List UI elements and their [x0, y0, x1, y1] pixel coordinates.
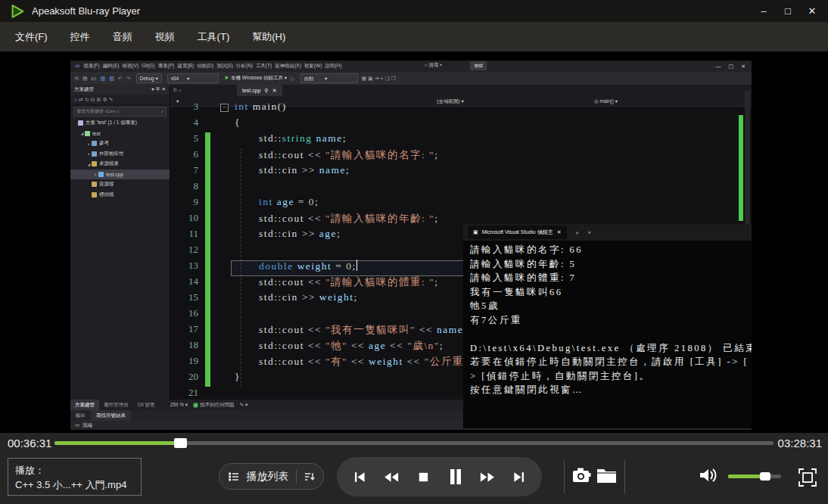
console-tab[interactable]: ▣ Microsoft Visual Studio 偵錯主 ✕ — [468, 226, 567, 239]
menu-item-1[interactable]: 控件 — [66, 27, 95, 47]
vs-menu-item-10[interactable]: 延伸模組(X) — [275, 63, 301, 70]
seek-bar[interactable] — [54, 441, 774, 445]
menu-item-3[interactable]: 視頻 — [151, 27, 179, 47]
vs-menu-item-12[interactable]: 說明(H) — [325, 63, 341, 70]
vs-open-icon: 🗁 — [92, 76, 97, 81]
vs-menu-item-2[interactable]: 檢視(V) — [122, 63, 139, 70]
speaker-icon — [698, 465, 719, 485]
blu-ray-player-window: Apeaksoft Blu-ray Player – □ ✕ 文件(F)控件音頻… — [0, 0, 828, 504]
tool-tab-屬性管理員[interactable]: 屬性管理員 — [99, 400, 133, 410]
menu-item-0[interactable]: 文件(F) — [11, 27, 52, 47]
console-new-tab-button[interactable]: ＋ — [574, 229, 581, 237]
vs-menu-item-0[interactable]: 檔案(F) — [83, 63, 99, 70]
code-text: double weight = 0; — [235, 260, 357, 272]
health-indicator[interactable]: ✓找不到任何問題 — [193, 402, 235, 409]
next-button[interactable] — [510, 467, 530, 487]
seek-thumb[interactable] — [174, 438, 187, 448]
vs-menu-item-1[interactable]: 編輯(E) — [103, 63, 120, 70]
divider — [564, 460, 565, 493]
code-text: std::cout << "請輸入貓咪的名字: "; — [235, 148, 438, 162]
console-output: 請輸入貓咪的名字: 66請輸入貓咪的年齡: 5請輸入貓咪的體重: 7我有一隻貓咪… — [463, 241, 752, 398]
tree-item-參考[interactable]: ▸參考 — [70, 138, 170, 149]
solution-explorer-search[interactable]: 搜尋方案總管 (Ctrl+;) ⌕ — [73, 107, 167, 117]
volume-slider[interactable] — [728, 474, 781, 478]
tree-item-test.cpp[interactable]: ▸test.cpp — [70, 170, 170, 180]
open-folder-button[interactable] — [596, 467, 617, 487]
vs-menu-item-3[interactable]: Git(G) — [142, 63, 155, 70]
tree-item-label: 標頭檔 — [99, 191, 114, 198]
status-icon: ▭ — [75, 422, 79, 428]
text-cursor — [356, 260, 358, 271]
console-tab-icon: ▣ — [473, 229, 478, 235]
vs-menu-item-6[interactable]: 偵錯(D) — [197, 63, 213, 70]
tab-close-icon[interactable]: ✕ — [272, 88, 277, 94]
menu-item-2[interactable]: 音頻 — [108, 27, 137, 47]
vs-toolbar-extra-icons: ▦ ▣ ⇥ ⌖ ❏ ❐ — [362, 76, 396, 82]
volume-thumb[interactable] — [760, 472, 770, 481]
vs-platform-dropdown: x64 ▾ — [167, 73, 219, 83]
vs-title-bar: ∞ 檔案(F)編輯(E)檢視(V)Git(G)專案(P)建置(B)偵錯(D)測試… — [70, 61, 752, 72]
window-title: Apeaksoft Blu-ray Player — [32, 5, 140, 17]
vs-menu-item-11[interactable]: 視窗(W) — [304, 63, 322, 70]
snapshot-button[interactable] — [571, 466, 593, 487]
tree-expanded-icon: ◢ — [79, 131, 85, 135]
folder-icon — [92, 182, 97, 187]
solution-explorer-title: 方案總管 — [74, 86, 94, 93]
pin-icon[interactable]: ⚲ — [265, 88, 269, 94]
close-button[interactable]: ✕ — [805, 5, 819, 17]
playlist-label: 播放列表 — [247, 470, 289, 484]
editor-tab-testcpp[interactable]: test.cpp ⚲ ✕ — [237, 85, 282, 96]
console-line-2: 請輸入貓咪的體重: 7 — [470, 272, 752, 286]
fullscreen-button[interactable] — [798, 468, 817, 490]
tree-collapsed-icon: ▸ — [86, 142, 92, 146]
vs-run-button: ▶ 本機 Windows 偵錯工具 ▾ — [225, 75, 287, 82]
tree-item-標頭檔[interactable]: 標頭檔 — [70, 190, 170, 201]
line-number: 20 — [173, 371, 198, 383]
tool-tab-Git 變更[interactable]: Git 變更 — [133, 400, 160, 410]
code-text: int main() — [235, 101, 287, 113]
pause-button[interactable] — [446, 467, 465, 487]
vs-menu-item-5[interactable]: 建置(B) — [177, 63, 194, 70]
panel-tab-尋找符號結果[interactable]: 尋找符號結果 — [91, 410, 131, 421]
line-number: 4 — [173, 117, 198, 129]
tree-item-資源檔[interactable]: 資源檔 — [70, 179, 170, 190]
play-order-icon[interactable] — [303, 471, 316, 483]
console-tab-menu-button[interactable]: ˅ — [588, 229, 592, 236]
project-icon — [85, 131, 90, 136]
pause-icon — [447, 468, 465, 486]
code-text: std::cin >> weight; — [235, 291, 358, 303]
rewind-button[interactable] — [381, 467, 401, 487]
tool-tab-方案總管[interactable]: 方案總管 — [70, 400, 99, 410]
menu-item-4[interactable]: 工具(T) — [193, 27, 235, 47]
editor-zoom-dropdown[interactable]: 259 % ▾ — [170, 402, 188, 408]
panel-tab-輸出[interactable]: 輸出 — [70, 410, 91, 421]
tree-item-外部相依性[interactable]: ▸外部相依性 — [70, 149, 170, 160]
fold-collapse-icon[interactable]: − — [220, 104, 229, 112]
video-display-area[interactable]: ∞ 檔案(F)編輯(E)檢視(V)Git(G)專案(P)建置(B)偵錯(D)測試… — [0, 51, 828, 433]
stop-button[interactable] — [413, 467, 433, 487]
vs-menu-item-8[interactable]: 分析(N) — [236, 63, 253, 70]
console-line-4: 牠5歲 — [470, 300, 752, 314]
fast-forward-button[interactable] — [478, 467, 497, 487]
divider — [624, 460, 625, 493]
tree-item-來源檔案[interactable]: ◢來源檔案 — [70, 159, 170, 170]
console-tab-close-icon[interactable]: ✕ — [557, 229, 562, 235]
tree-item-方案 'test' (1 / 1 個專案)[interactable]: 方案 'test' (1 / 1 個專案) — [70, 118, 170, 129]
tree-item-test[interactable]: ◢test — [70, 129, 170, 139]
tree-item-label: test — [92, 131, 100, 136]
line-number: 18 — [173, 339, 198, 351]
volume-button[interactable] — [698, 465, 719, 488]
vs-menu-item-4[interactable]: 專案(P) — [158, 63, 175, 70]
fast-forward-icon — [480, 469, 496, 485]
console-line-9: > [偵錯停止時，自動關閉主控台]。 — [470, 370, 752, 384]
code-text: std::cout << "有" << weight << "公斤重\n"; — [235, 355, 484, 369]
maximize-button[interactable]: □ — [781, 5, 795, 17]
previous-icon — [352, 470, 366, 484]
previous-button[interactable] — [349, 467, 369, 487]
minimize-button[interactable]: – — [757, 5, 770, 17]
title-bar: Apeaksoft Blu-ray Player – □ ✕ — [0, 0, 828, 22]
playlist-button[interactable]: 播放列表 — [219, 463, 324, 490]
vs-menu-item-7[interactable]: 測試(S) — [216, 63, 233, 70]
vs-menu-item-9[interactable]: 工具(T) — [256, 63, 272, 70]
menu-item-5[interactable]: 幫助(H) — [247, 27, 290, 47]
